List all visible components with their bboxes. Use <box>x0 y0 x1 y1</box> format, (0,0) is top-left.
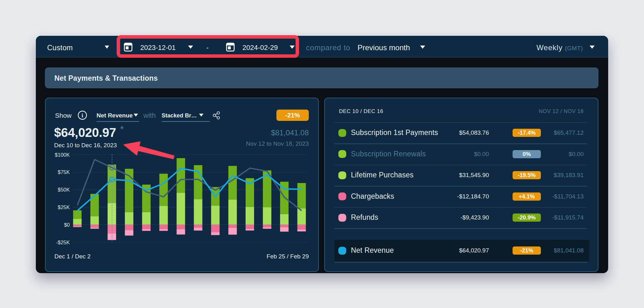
svg-text:$50K: $50K <box>58 187 70 192</box>
svg-text:$100K: $100K <box>55 152 70 158</box>
svg-text:$75K: $75K <box>58 169 70 175</box>
svg-text:$25K: $25K <box>58 204 70 210</box>
svg-text:$0: $0 <box>64 222 70 228</box>
svg-text:-$25K: -$25K <box>56 240 70 245</box>
svg-text:i: i <box>81 112 83 119</box>
